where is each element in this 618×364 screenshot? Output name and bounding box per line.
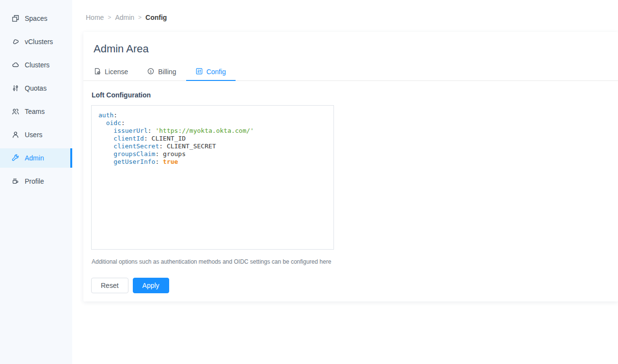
tab-billing[interactable]: $ Billing [138,63,186,80]
billing-icon: $ [147,68,154,76]
tab-label: Config [206,68,226,76]
sidebar-item-teams[interactable]: Teams [0,102,72,121]
sidebar-item-clusters[interactable]: Clusters [0,55,72,75]
sidebar-item-label: Users [25,131,43,139]
admin-icon [12,154,19,162]
users-icon [12,131,19,139]
sidebar-item-label: Spaces [25,15,48,22]
sidebar-item-label: vClusters [25,38,53,46]
sidebar-item-label: Admin [25,154,44,162]
config-icon [196,68,203,76]
config-code-editor[interactable]: auth: oidc: issuerUrl: 'https://myokta.o… [91,105,334,250]
sidebar-item-label: Teams [25,108,45,115]
tab-bar: License $ Billing [83,63,618,81]
quotas-icon [12,84,19,92]
app-root: Spaces vClusters Clusters [0,0,618,364]
sidebar-item-label: Quotas [25,84,47,92]
sidebar-item-users[interactable]: Users [0,125,72,144]
breadcrumb: Home > Admin > Config [72,0,618,21]
section-heading: Loft Configuration [92,91,610,99]
admin-area-card: Admin Area License [83,32,618,301]
spaces-icon [12,15,19,22]
svg-text:$: $ [150,69,152,73]
tab-label: License [105,68,128,76]
tab-config[interactable]: Config [186,63,236,80]
sidebar-item-vclusters[interactable]: vClusters [0,32,72,51]
sidebar-item-admin[interactable]: Admin [0,148,72,168]
sidebar-item-label: Profile [25,177,44,185]
config-tab-content: Loft Configuration auth: oidc: issuerUrl… [83,81,618,293]
yaml-code: auth: oidc: issuerUrl: 'https://myokta.o… [98,111,330,166]
breadcrumb-home[interactable]: Home [86,14,104,21]
button-row: Reset Apply [91,278,610,293]
apply-button[interactable]: Apply [133,278,169,293]
sidebar-item-spaces[interactable]: Spaces [0,9,72,28]
teams-icon [12,108,19,115]
page-title: Admin Area [83,32,618,56]
main-area: Home > Admin > Config Admin Area Licen [72,0,618,364]
breadcrumb-separator: > [138,14,142,21]
license-icon [94,68,101,76]
clusters-icon [12,61,19,69]
tab-license[interactable]: License [84,63,138,80]
breadcrumb-separator: > [108,14,111,21]
tab-label: Billing [158,68,176,76]
reset-button[interactable]: Reset [91,278,128,293]
breadcrumb-config: Config [145,14,167,21]
sidebar: Spaces vClusters Clusters [0,0,72,364]
sidebar-item-profile[interactable]: Profile [0,172,72,191]
help-text: Additional options such as authenticatio… [92,258,610,265]
profile-icon [12,177,19,185]
vclusters-icon [12,38,19,46]
breadcrumb-admin[interactable]: Admin [115,14,134,21]
sidebar-item-quotas[interactable]: Quotas [0,79,72,98]
sidebar-item-label: Clusters [25,61,49,69]
